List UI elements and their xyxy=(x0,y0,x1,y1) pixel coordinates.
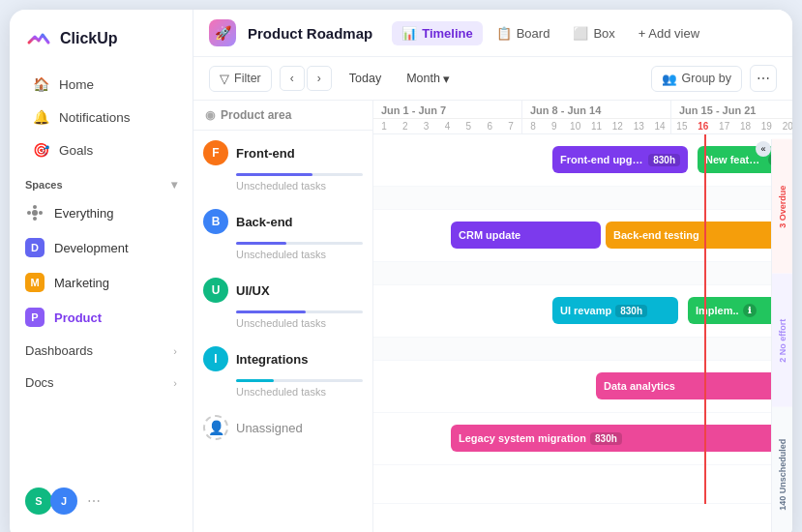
sidebar-item-development[interactable]: D Development xyxy=(10,231,193,264)
bar-crm-update[interactable]: CRM update xyxy=(451,222,601,249)
board-icon: 📋 xyxy=(496,26,512,41)
svg-point-1 xyxy=(33,205,37,209)
main-content: 🚀 Product Roadmap 📊 Timeline 📋 Board ⬜ B… xyxy=(193,10,792,532)
sidebar-dashboards[interactable]: Dashboards › xyxy=(10,336,193,366)
frontend-name: Front-end xyxy=(236,146,295,161)
right-labels-panel: 3 Overdue 2 No effort 140 Unscheduled « xyxy=(771,139,792,532)
sidebar-item-marketing[interactable]: M Marketing xyxy=(10,266,193,299)
sidebar-docs[interactable]: Docs › xyxy=(10,368,193,398)
avatar-j[interactable]: J xyxy=(50,488,77,515)
avatar-s[interactable]: S xyxy=(25,488,52,515)
docs-chevron-icon: › xyxy=(173,377,177,389)
sidebar-item-goals-label: Goals xyxy=(59,143,93,158)
unassigned-icon: 👤 xyxy=(203,415,228,440)
day-9: 9 xyxy=(544,119,565,133)
sidebar-marketing-label: Marketing xyxy=(54,276,109,290)
timeline-header: Jun 1 - Jun 7 1 2 3 4 5 6 7 xyxy=(373,101,792,134)
day-13: 13 xyxy=(628,119,649,133)
more-options-button[interactable]: ⋯ xyxy=(750,65,777,92)
unscheduled-label: 140 Unscheduled xyxy=(772,407,792,532)
bar-frontend-upgrade[interactable]: Front-end upgrade 830h xyxy=(552,146,688,173)
dashboards-chevron-icon: › xyxy=(173,345,177,357)
sidebar-item-everything[interactable]: Everything xyxy=(10,196,193,229)
month-chevron-icon: ▾ xyxy=(443,72,450,86)
spaces-collapse-icon[interactable]: ▾ xyxy=(171,178,177,192)
day-15: 15 xyxy=(671,119,693,133)
frontend-progress-fill xyxy=(236,173,312,176)
toolbar: ▽ Filter ‹ › Today Month ▾ 👥 Group by ⋯ xyxy=(193,57,792,101)
integrations-progress-bar xyxy=(236,379,363,382)
next-button[interactable]: › xyxy=(307,66,332,91)
app-name: ClickUp xyxy=(60,30,118,47)
gantt-row-backend-unscheduled xyxy=(373,262,792,285)
uiux-progress-fill xyxy=(236,310,306,313)
sidebar-item-goals[interactable]: 🎯 Goals xyxy=(17,134,185,165)
frontend-progress-bar xyxy=(236,173,363,176)
backend-unscheduled: Unscheduled tasks xyxy=(193,247,372,268)
month-button[interactable]: Month ▾ xyxy=(399,67,458,91)
day-3: 3 xyxy=(416,119,437,133)
view-tabs: 📊 Timeline 📋 Board ⬜ Box + Add view xyxy=(392,21,709,45)
area-row-uiux: U UI/UX xyxy=(193,268,372,307)
integrations-name: Integrations xyxy=(236,352,308,367)
product-dot: P xyxy=(25,308,45,327)
bar-legacy-migration[interactable]: Legacy system migration 830h xyxy=(451,425,792,452)
week-jun15: Jun 15 - Jun 21 15 16 17 18 19 20 21 xyxy=(671,101,792,133)
frontend-unscheduled: Unscheduled tasks xyxy=(193,178,372,199)
sidebar-item-notifications-label: Notifications xyxy=(59,110,131,125)
day-8: 8 xyxy=(522,119,544,133)
gantt-row-integrations-top: Data analytics xyxy=(373,361,792,413)
gantt-wrapper: ◉ Product area F Front-end Unscheduled t… xyxy=(193,101,792,532)
gantt-row-integrations-legacy: Legacy system migration 830h xyxy=(373,413,792,465)
day-1: 1 xyxy=(373,119,395,133)
add-view-button[interactable]: + Add view xyxy=(629,21,709,45)
bar-backend-testing[interactable]: Back-end testing xyxy=(606,222,792,249)
prev-button[interactable]: ‹ xyxy=(280,66,305,91)
days-jun15: 15 16 17 18 19 20 21 xyxy=(671,119,792,133)
sidebar-product-label: Product xyxy=(54,310,102,325)
gantt-row-backend: CRM update Back-end testing xyxy=(373,210,792,262)
bar-data-analytics[interactable]: Data analytics xyxy=(596,372,792,399)
area-row-unassigned: 👤 Unassigned xyxy=(193,405,372,450)
area-collapse-icon: ◉ xyxy=(205,108,215,122)
marketing-dot: M xyxy=(25,273,45,292)
sidebar-item-notifications[interactable]: 🔔 Notifications xyxy=(17,102,185,133)
unassigned-name: Unassigned xyxy=(236,421,303,435)
gantt-row-uiux: UI revamp 830h Implem.. ℹ xyxy=(373,285,792,338)
bell-icon: 🔔 xyxy=(33,109,49,125)
no-effort-label: 2 No effort xyxy=(772,274,792,408)
day-14: 14 xyxy=(649,119,670,133)
goals-icon: 🎯 xyxy=(33,142,49,158)
project-title: Product Roadmap xyxy=(248,25,372,42)
day-7: 7 xyxy=(500,119,521,133)
tab-box[interactable]: ⬜ Box xyxy=(563,21,624,45)
days-jun8: 8 9 10 11 12 13 14 xyxy=(522,119,670,133)
project-icon: 🚀 xyxy=(209,19,236,46)
day-11: 11 xyxy=(586,119,608,133)
week-jun8: Jun 8 - Jun 14 8 9 10 11 12 13 14 xyxy=(522,101,671,133)
area-row-frontend: F Front-end xyxy=(193,131,372,169)
today-button[interactable]: Today xyxy=(340,67,391,90)
sidebar-item-home-label: Home xyxy=(59,77,94,92)
area-row-backend: B Back-end xyxy=(193,199,372,238)
tab-board[interactable]: 📋 Board xyxy=(487,21,560,45)
group-by-button[interactable]: 👥 Group by xyxy=(651,66,742,92)
bar-ui-revamp[interactable]: UI revamp 830h xyxy=(552,297,678,324)
week-label-jun8: Jun 8 - Jun 14 xyxy=(522,101,670,119)
sidebar-item-product[interactable]: P Product xyxy=(10,301,193,334)
app-container: ClickUp 🏠 Home 🔔 Notifications 🎯 Goals S… xyxy=(10,10,792,532)
sidebar-everything-label: Everything xyxy=(54,206,113,221)
collapse-right-button[interactable]: « xyxy=(756,141,771,157)
bar-implement[interactable]: Implem.. ℹ xyxy=(688,297,780,324)
uiux-progress-bar xyxy=(236,310,363,313)
sidebar-development-label: Development xyxy=(54,241,129,255)
development-dot: D xyxy=(25,238,45,257)
filter-button[interactable]: ▽ Filter xyxy=(209,66,272,92)
everything-icon xyxy=(25,203,45,222)
svg-point-3 xyxy=(27,211,31,215)
svg-point-4 xyxy=(39,211,43,215)
tab-timeline[interactable]: 📊 Timeline xyxy=(392,21,483,45)
sidebar-item-home[interactable]: 🏠 Home xyxy=(17,69,185,100)
box-icon: ⬜ xyxy=(573,26,588,41)
day-17: 17 xyxy=(714,119,735,133)
